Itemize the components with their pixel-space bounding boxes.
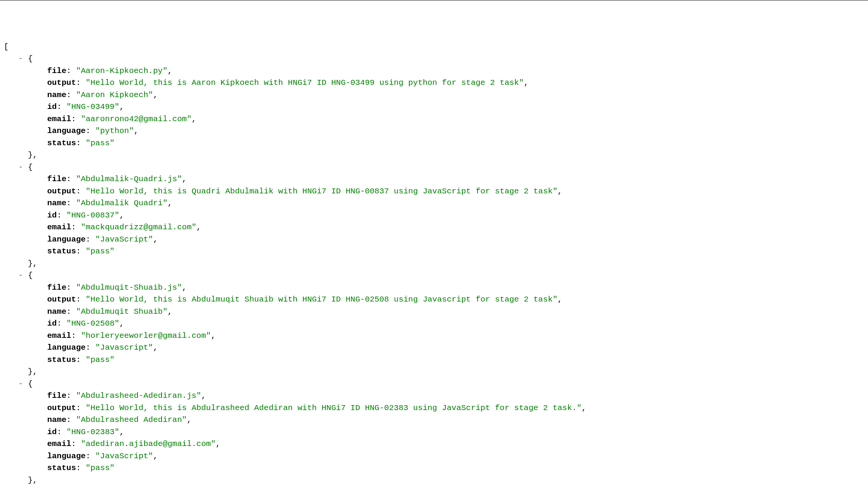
object-open: { [28, 163, 33, 172]
json-property-name: name: "Aaron Kipkoech", [4, 89, 864, 101]
json-string-value: "HNG-03499" [66, 102, 120, 111]
json-property-id: id: "HNG-00837", [4, 209, 864, 222]
json-property-id: id: "HNG-02383", [4, 426, 864, 438]
json-key: name [47, 415, 66, 424]
json-property-file: file: "Abdulmalik-Quadri.js", [4, 173, 864, 185]
json-property-output: output: "Hello World, this is Abdulrashe… [4, 402, 864, 414]
json-string-value: "Aaron Kipkoech" [76, 91, 153, 99]
json-property-name: name: "Abdulmuqit Shuaib", [4, 306, 864, 318]
json-key: language [47, 235, 86, 244]
json-string-value: "HNG-00837" [66, 211, 120, 220]
json-string-value: "horleryeeworler@gmail.com" [81, 331, 211, 340]
json-property-email: email: "mackquadrizz@gmail.com", [4, 221, 864, 234]
json-string-value: "HNG-02383" [66, 428, 120, 436]
json-string-value: "pass" [86, 247, 115, 256]
json-key: name [47, 307, 66, 316]
json-property-id: id: "HNG-03499", [4, 101, 864, 113]
json-key: output [47, 295, 76, 304]
json-key: output [47, 187, 76, 196]
json-key: output [47, 78, 76, 87]
json-property-status: status: "pass" [4, 354, 864, 366]
json-key: language [47, 452, 86, 461]
json-property-id: id: "HNG-02508", [4, 318, 864, 330]
json-string-value: "HNG-02508" [66, 319, 120, 328]
json-key: status [47, 139, 76, 148]
json-property-status: status: "pass" [4, 245, 864, 258]
json-key: id [47, 319, 57, 328]
json-property-email: email: "aaronrono42@gmail.com", [4, 113, 864, 125]
json-string-value: "Abdulrasheed Adediran" [76, 415, 187, 424]
json-string-value: "JavaScript" [95, 452, 153, 461]
object-close: }, [28, 259, 37, 268]
json-string-value: "mackquadrizz@gmail.com" [81, 223, 196, 232]
json-key: email [47, 439, 71, 448]
json-string-value: "Hello World, this is Abdulrasheed Adedi… [86, 404, 581, 412]
json-string-value: "adediran.ajibade@gmail.com" [81, 439, 216, 448]
json-key: name [47, 91, 66, 99]
json-property-status: status: "pass" [4, 137, 864, 149]
json-key: file [47, 66, 66, 75]
json-string-value: "JavaScript" [95, 235, 153, 244]
json-property-status: status: "pass" [4, 462, 864, 474]
json-string-value: "Abdulmuqit-Shuaib.js" [76, 283, 182, 292]
json-property-email: email: "horleryeeworler@gmail.com", [4, 330, 864, 342]
json-property-email: email: "adediran.ajibade@gmail.com", [4, 438, 864, 450]
json-key: file [47, 175, 66, 183]
json-key: name [47, 199, 66, 208]
json-key: status [47, 464, 76, 472]
json-string-value: "Hello World, this is Quadri Abdulmalik … [86, 187, 557, 196]
json-string-value: "pass" [86, 139, 115, 148]
object-open: { [28, 54, 33, 63]
json-key: id [47, 102, 57, 111]
json-key: file [47, 283, 66, 292]
collapse-toggle[interactable]: - [18, 161, 23, 174]
json-string-value: "aaronrono42@gmail.com" [81, 115, 192, 123]
json-key: email [47, 223, 71, 232]
json-key: status [47, 355, 76, 364]
json-property-file: file: "Abdulrasheed-Adediran.js", [4, 390, 864, 402]
json-property-name: name: "Abdulrasheed Adediran", [4, 414, 864, 426]
json-string-value: "pass" [86, 355, 115, 364]
collapse-toggle[interactable]: - [18, 269, 23, 282]
json-key: language [47, 343, 86, 352]
json-string-value: "Aaron-Kipkoech.py" [76, 66, 167, 75]
json-string-value: "Abdulmalik-Quadri.js" [76, 175, 182, 183]
object-open: { [28, 379, 33, 388]
json-property-language: language: "JavaScript", [4, 450, 864, 462]
json-string-value: "Javascript" [95, 343, 153, 352]
json-string-value: "Abdulrasheed-Adediran.js" [76, 391, 201, 400]
json-string-value: "Abdulmuqit Shuaib" [76, 307, 167, 316]
json-key: output [47, 404, 76, 412]
object-close: }, [28, 476, 37, 485]
json-property-file: file: "Aaron-Kipkoech.py", [4, 65, 864, 77]
object-open: { [28, 271, 33, 280]
object-close: }, [28, 151, 37, 159]
json-string-value: "python" [95, 126, 134, 135]
json-key: status [47, 247, 76, 256]
json-key: file [47, 391, 66, 400]
json-string-value: "Hello World, this is Aaron Kipkoech wit… [86, 78, 524, 87]
json-property-output: output: "Hello World, this is Quadri Abd… [4, 185, 864, 198]
json-property-output: output: "Hello World, this is Aaron Kipk… [4, 77, 864, 89]
json-property-language: language: "Javascript", [4, 342, 864, 354]
collapse-toggle[interactable]: - [18, 378, 23, 390]
object-close: }, [28, 367, 37, 376]
json-property-language: language: "JavaScript", [4, 234, 864, 246]
json-string-value: "Hello World, this is Abdulmuqit Shuaib … [86, 295, 557, 304]
json-key: id [47, 428, 57, 436]
json-key: language [47, 126, 86, 135]
json-key: email [47, 331, 71, 340]
json-string-value: "pass" [86, 464, 115, 472]
json-viewer[interactable]: [- {file: "Aaron-Kipkoech.py",output: "H… [4, 41, 864, 487]
json-key: id [47, 211, 57, 220]
array-open: [ [4, 42, 9, 51]
json-key: email [47, 115, 71, 123]
json-string-value: "Abdulmalik Quadri" [76, 199, 167, 208]
collapse-toggle[interactable]: - [18, 53, 23, 65]
json-property-name: name: "Abdulmalik Quadri", [4, 197, 864, 209]
json-property-language: language: "python", [4, 125, 864, 137]
json-property-output: output: "Hello World, this is Abdulmuqit… [4, 294, 864, 306]
json-property-file: file: "Abdulmuqit-Shuaib.js", [4, 282, 864, 294]
